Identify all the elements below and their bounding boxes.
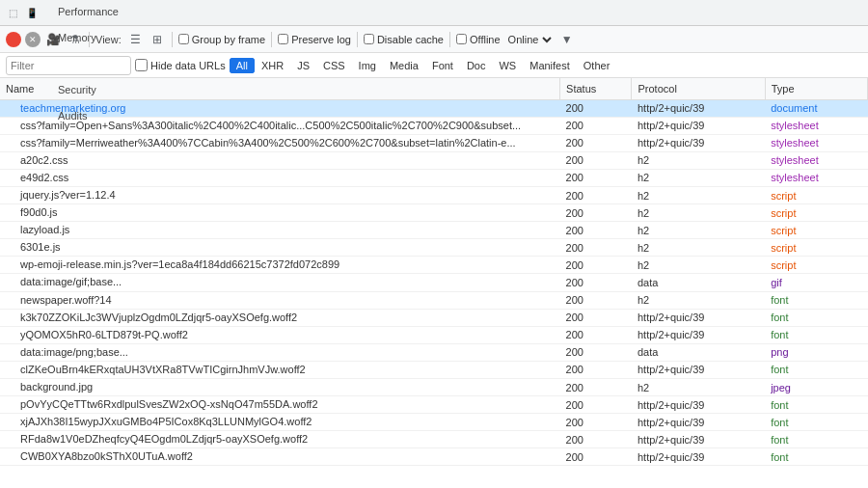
row-name-text: e49d2.css (20, 172, 68, 183)
offline-checkbox[interactable] (456, 34, 467, 44)
view-list-icon[interactable]: ☰ (127, 31, 145, 48)
table-row[interactable]: e49d2.css200h2stylesheet (0, 169, 868, 186)
row-name-text: newspaper.woff?14 (20, 294, 112, 306)
row-name: jquery.js?ver=1.12.4 (0, 186, 560, 203)
preserve-log-checkbox[interactable] (278, 34, 288, 44)
row-status: 200 (560, 222, 632, 239)
filter-input[interactable] (6, 56, 131, 75)
table-row[interactable]: data:image/png;base...200datapng (0, 343, 868, 361)
table-row[interactable]: jquery.js?ver=1.12.4200h2script (0, 186, 868, 203)
hide-data-urls-checkbox[interactable] (135, 59, 148, 71)
hide-data-urls-label: Hide data URLs (150, 60, 226, 71)
row-name-text: background.jpg (20, 381, 93, 393)
font-icon (6, 295, 17, 307)
row-name: wp-emoji-release.min.js?ver=1eca8a4f184d… (0, 257, 560, 274)
css-icon (6, 173, 17, 184)
table-row[interactable]: pOvYyCQeTTtw6RxdlpulSvesZW2xOQ-xsNqO47m5… (0, 396, 868, 414)
disable-cache-toggle[interactable]: Disable cache (364, 34, 444, 45)
hide-data-urls-toggle[interactable]: Hide data URLs (135, 59, 226, 71)
row-name-text: pOvYyCQeTTtw6RxdlpulSvesZW2xOQ-xsNqO47m5… (20, 398, 318, 410)
row-name-text: jquery.js?ver=1.12.4 (20, 189, 116, 201)
row-protocol: h2 (632, 169, 765, 186)
row-protocol: data (632, 343, 765, 361)
table-row[interactable]: background.jpg200h2jpeg (0, 379, 868, 396)
col-header-status[interactable]: Status (560, 78, 632, 99)
table-row[interactable]: wp-emoji-release.min.js?ver=1eca8a4f184d… (0, 257, 868, 274)
filter-tag-font[interactable]: Font (425, 58, 460, 73)
filter-tag-ws[interactable]: WS (492, 58, 523, 73)
table-row[interactable]: xjAJXh38I15wypJXxuGMBo4P5ICox8Kq3LLUNMyl… (0, 414, 868, 431)
col-header-protocol[interactable]: Protocol (632, 78, 765, 99)
throttle-select[interactable]: Online (504, 33, 555, 46)
filter-tag-manifest[interactable]: Manifest (523, 58, 577, 73)
row-name: data:image/png;base... (0, 343, 560, 361)
filter-tag-xhr[interactable]: XHR (255, 58, 290, 73)
row-name: vPcynSL0qHq_6dX7IKVByfesZW2xOQ-xsNqO47m5… (0, 466, 560, 467)
devtools-tab-bar: ⬚ 📱 ElementsConsoleSourcesNetworkPerform… (0, 0, 868, 26)
row-name: CWB0XYA8bzo0kSThX0UTuA.woff2 (0, 448, 560, 466)
row-name-text: 6301e.js (20, 241, 61, 253)
css-icon (6, 138, 17, 149)
row-name-text: xjAJXh38I15wypJXxuGMBo4P5ICox8Kq3LLUNMyl… (20, 416, 312, 427)
row-status: 200 (560, 414, 632, 431)
table-row[interactable]: vPcynSL0qHq_6dX7IKVByfesZW2xOQ-xsNqO47m5… (0, 466, 868, 467)
preserve-log-toggle[interactable]: Preserve log (278, 34, 351, 45)
view-grid-icon[interactable]: ⊞ (149, 31, 166, 48)
group-by-frame-toggle[interactable]: Group by frame (178, 34, 265, 45)
table-row[interactable]: f90d0.js200h2script (0, 204, 868, 222)
tab-performance[interactable]: Performance (46, 0, 130, 26)
row-protocol: h2 (632, 204, 765, 222)
filter-tag-all[interactable]: All (230, 58, 255, 73)
filter-tag-img[interactable]: Img (352, 58, 383, 73)
col-header-type[interactable]: Type (765, 78, 867, 99)
table-row[interactable]: k3k70ZZOKiLJc3WVjuplzOgdm0LZdjqr5-oayXSO… (0, 309, 868, 326)
filter-tag-css[interactable]: CSS (316, 58, 352, 73)
row-name-text: clZKeOuBrn4kERxqtaUH3VtXRa8TVwTICgirnJhm… (20, 364, 306, 375)
row-type: stylesheet (765, 134, 867, 151)
record-button[interactable] (6, 32, 21, 47)
filter-tag-other[interactable]: Other (577, 58, 617, 73)
filter-tags: AllXHRJSCSSImgMediaFontDocWSManifestOthe… (230, 60, 617, 71)
css-icon (6, 121, 17, 132)
filter-tag-media[interactable]: Media (383, 58, 425, 73)
disable-cache-checkbox[interactable] (364, 34, 374, 44)
offline-label: Offline (470, 34, 501, 45)
table-row[interactable]: css?family=Merriweather%3A400%7CCabin%3A… (0, 134, 868, 151)
row-protocol: http/2+quic/39 (632, 309, 765, 326)
row-protocol: h2 (632, 257, 765, 274)
row-name: 6301e.js (0, 239, 560, 257)
requests-table-container[interactable]: Name Status Protocol Type teachmemarketi… (0, 78, 868, 467)
row-status: 200 (560, 309, 632, 326)
table-row[interactable]: RFda8w1V0eDZheqfcyQ4EOgdm0LZdjqr5-oayXSO… (0, 431, 868, 448)
filter-icon[interactable]: ⚗ (66, 31, 83, 48)
js-icon (6, 207, 17, 219)
row-status: 200 (560, 274, 632, 291)
device-icon[interactable]: 📱 (23, 4, 41, 21)
row-type: script (765, 239, 867, 257)
separator2 (172, 32, 173, 47)
offline-toggle[interactable]: Offline (456, 34, 501, 45)
table-row[interactable]: newspaper.woff?14200h2font (0, 291, 868, 309)
table-body: teachmemarketing.org200http/2+quic/39doc… (0, 99, 868, 467)
inspect-icon[interactable]: ⬚ (4, 4, 21, 21)
table-row[interactable]: clZKeOuBrn4kERxqtaUH3VtXRa8TVwTICgirnJhm… (0, 361, 868, 378)
table-row[interactable]: css?family=Open+Sans%3A300italic%2C400%2… (0, 117, 868, 134)
filter-tag-js[interactable]: JS (290, 58, 316, 73)
row-name-text: css?family=Open+Sans%3A300italic%2C400%2… (20, 120, 521, 131)
table-row[interactable]: a20c2.css200h2stylesheet (0, 151, 868, 169)
table-row[interactable]: CWB0XYA8bzo0kSThX0UTuA.woff2200http/2+qu… (0, 448, 868, 466)
filter-tag-doc[interactable]: Doc (460, 58, 493, 73)
row-protocol: data (632, 274, 765, 291)
row-name: background.jpg (0, 379, 560, 396)
clear-button[interactable]: ✕ (25, 32, 41, 47)
throttle-dropdown-icon[interactable]: ▼ (558, 31, 576, 48)
tab-security[interactable]: Security (46, 78, 130, 104)
group-by-frame-checkbox[interactable] (178, 34, 189, 44)
camera-icon[interactable]: 🎥 (44, 31, 62, 48)
row-type: font (765, 326, 867, 343)
table-row[interactable]: yQOMOX5hR0-6LTD879t-PQ.woff2200http/2+qu… (0, 326, 868, 343)
table-row[interactable]: lazyload.js200h2script (0, 222, 868, 239)
table-row[interactable]: 6301e.js200h2script (0, 239, 868, 257)
table-row[interactable]: data:image/gif;base...200datagif (0, 274, 868, 291)
view-label: View: (95, 34, 122, 45)
